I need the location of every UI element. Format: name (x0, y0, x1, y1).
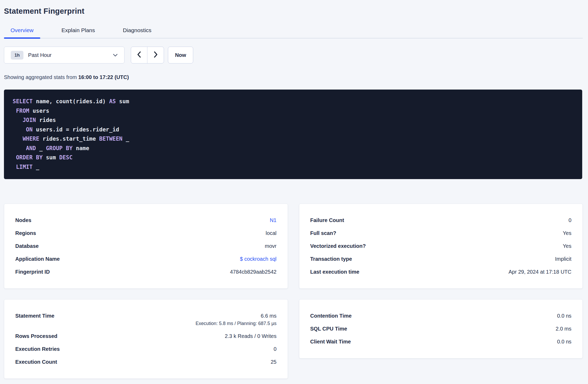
card-row: NodesN1 (15, 214, 277, 227)
row-label: Vectorized execution? (310, 243, 366, 249)
card-row: Client Wait Time0.0 ns (310, 335, 572, 348)
card-row: Rows Processed2.3 k Reads / 0 Writes (15, 330, 277, 343)
row-value-wrap: 0 (273, 346, 276, 352)
row-label: Statement Time (15, 313, 54, 319)
now-button[interactable]: Now (168, 47, 193, 63)
row-value-wrap: 6.6 msExecution: 5.8 ms / Planning: 687.… (196, 313, 277, 326)
sql-text: _ (122, 136, 129, 142)
card-row: Vectorized execution?Yes (310, 240, 572, 253)
tab-explain-plans[interactable]: Explain Plans (55, 27, 102, 38)
sql-keyword: FROM (16, 108, 29, 114)
card-row: Statement Time6.6 msExecution: 5.8 ms / … (15, 309, 277, 330)
row-value-wrap: Yes (563, 243, 571, 249)
row-label: Contention Time (310, 313, 352, 319)
statement-fingerprint-page: Statement Fingerprint OverviewExplain Pl… (0, 0, 588, 379)
tab-bar: OverviewExplain PlansDiagnostics (4, 27, 583, 38)
row-label: Fingerprint ID (15, 269, 50, 275)
card-row: Fingerprint ID4784cb829aab2542 (15, 265, 277, 278)
sql-line: ON users.id = rides.rider_id (13, 125, 574, 135)
timing-cards-row: Statement Time6.6 msExecution: 5.8 ms / … (4, 299, 583, 379)
sql-text: name, count(rides.id) (33, 98, 109, 105)
row-value: Implicit (555, 256, 571, 262)
chevron-left-icon (137, 51, 141, 59)
details-cards-row: NodesN1RegionslocalDatabasemovrApplicati… (4, 204, 583, 289)
sql-text: rides (36, 117, 56, 123)
row-value: movr (265, 243, 276, 249)
card-row: Execution Count25 (15, 356, 277, 368)
statement-details-card: NodesN1RegionslocalDatabasemovrApplicati… (4, 204, 288, 289)
card-row: Last execution timeApr 29, 2024 at 17:18… (310, 265, 572, 278)
row-value: 25 (271, 359, 276, 365)
row-label: SQL CPU Time (310, 326, 347, 332)
row-label: Full scan? (310, 230, 336, 236)
row-value: Apr 29, 2024 at 17:18 UTC (509, 269, 571, 275)
row-value: 0 (273, 346, 276, 352)
sql-line: FROM users (13, 106, 574, 116)
row-value-wrap: movr (265, 243, 276, 249)
sql-text: users.id = rides.rider_id (33, 126, 119, 133)
row-subvalue: Execution: 5.8 ms / Planning: 687.5 µs (196, 321, 277, 326)
time-range-label: Past Hour (28, 52, 52, 58)
card-row: Contention Time0.0 ns (310, 309, 572, 322)
row-value-wrap: 2.0 ms (556, 326, 571, 332)
row-value: 0.0 ns (557, 339, 571, 344)
sql-text (13, 126, 26, 133)
sql-keyword: GROUP BY (46, 145, 72, 151)
sql-line: WHERE rides.start_time BETWEEN _ (13, 134, 574, 144)
row-value-wrap: local (266, 230, 276, 236)
sql-keyword: ORDER BY (16, 154, 43, 161)
sql-line: ORDER BY sum DESC (13, 153, 574, 163)
tab-overview[interactable]: Overview (4, 27, 40, 38)
stats-summary-prefix: Showing aggregated stats from (4, 74, 78, 80)
sql-line: AND _ GROUP BY name (13, 144, 574, 153)
sql-line: LIMIT _ (13, 163, 574, 172)
stats-summary-range: 16:00 to 17:22 (UTC) (78, 74, 129, 80)
sql-keyword: WHERE (23, 136, 39, 142)
sql-text: sum (116, 98, 129, 105)
row-value-link[interactable]: $ cockroach sql (240, 256, 277, 262)
row-label: Execution Count (15, 359, 57, 365)
sql-keyword: DESC (59, 154, 73, 161)
card-row: Application Name$ cockroach sql (15, 253, 277, 265)
aggregated-stats-summary: Showing aggregated stats from 16:00 to 1… (4, 74, 583, 80)
row-value-wrap: 0 (569, 217, 571, 223)
row-label: Transaction type (310, 256, 352, 262)
chevron-right-icon (153, 51, 158, 59)
row-label: Database (15, 243, 39, 249)
row-value: 2.3 k Reads / 0 Writes (225, 333, 276, 339)
row-label: Client Wait Time (310, 339, 351, 345)
row-label: Execution Retries (15, 346, 60, 352)
row-value-link[interactable]: N1 (270, 217, 277, 223)
card-row: SQL CPU Time2.0 ms (310, 322, 572, 335)
sql-text: rides.start_time (39, 136, 99, 142)
card-row: Transaction typeImplicit (310, 253, 572, 265)
wait-times-card: Contention Time0.0 nsSQL CPU Time2.0 msC… (299, 299, 583, 358)
row-value-wrap: 4784cb829aab2542 (230, 269, 277, 275)
previous-range-button[interactable] (131, 47, 147, 63)
next-range-button[interactable] (147, 47, 164, 63)
card-row: Full scan?Yes (310, 227, 572, 240)
execution-attributes-card: Failure Count0Full scan?YesVectorized ex… (299, 204, 583, 289)
row-value-wrap: 0.0 ns (557, 339, 571, 345)
row-label: Rows Processed (15, 333, 57, 339)
time-range-arrows (131, 47, 164, 63)
page-title: Statement Fingerprint (4, 7, 583, 16)
row-value: 0.0 ns (557, 313, 571, 319)
sql-text: sum (43, 154, 59, 161)
sql-text (13, 154, 16, 161)
card-row: Execution Retries0 (15, 343, 277, 356)
row-value: 4784cb829aab2542 (230, 269, 277, 275)
row-value-wrap: 0.0 ns (557, 313, 571, 319)
time-toolbar: 1h Past Hour Now (4, 47, 583, 63)
sql-text (13, 145, 26, 151)
sql-line: SELECT name, count(rides.id) AS sum (13, 97, 574, 106)
row-label: Regions (15, 230, 36, 236)
row-value-wrap: Yes (563, 230, 571, 236)
time-range-selector[interactable]: 1h Past Hour (4, 47, 124, 63)
row-value-wrap: N1 (270, 217, 277, 223)
row-label: Nodes (15, 217, 31, 223)
sql-keyword: AS (109, 98, 116, 105)
card-row: Databasemovr (15, 240, 277, 253)
row-value: 0 (569, 217, 571, 223)
tab-diagnostics[interactable]: Diagnostics (116, 27, 158, 38)
